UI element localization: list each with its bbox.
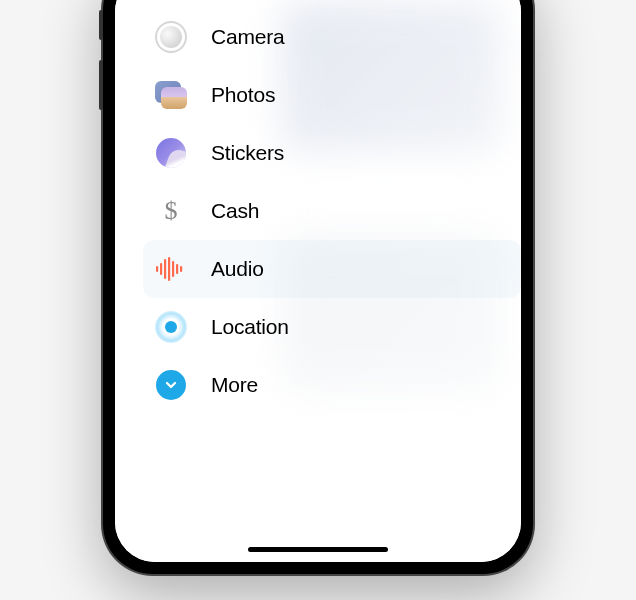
menu-item-audio[interactable]: Audio [143,240,521,298]
menu-item-photos[interactable]: Photos [143,66,521,124]
menu-item-camera[interactable]: Camera [143,8,521,66]
more-icon [153,367,189,403]
svg-rect-1 [160,263,162,275]
attachment-menu: Camera Photos Stickers [115,0,521,414]
menu-item-label: More [211,373,258,397]
menu-item-label: Location [211,315,289,339]
phone-frame: Camera Photos Stickers [103,0,533,574]
svg-rect-2 [164,259,166,279]
phone-screen: Camera Photos Stickers [115,0,521,562]
menu-item-label: Cash [211,199,259,223]
menu-item-location[interactable]: Location [143,298,521,356]
home-indicator[interactable] [248,547,388,552]
menu-item-more[interactable]: More [143,356,521,414]
svg-rect-3 [168,257,170,281]
menu-item-cash[interactable]: $ Cash [143,182,521,240]
photos-icon [153,77,189,113]
location-icon [153,309,189,345]
menu-item-label: Audio [211,257,264,281]
stickers-icon [153,135,189,171]
menu-item-label: Stickers [211,141,284,165]
audio-icon [153,251,189,287]
svg-rect-0 [156,266,158,272]
volume-button [99,10,103,40]
cash-icon: $ [153,193,189,229]
svg-rect-4 [172,261,174,277]
svg-rect-6 [180,266,182,272]
menu-item-label: Photos [211,83,275,107]
menu-item-label: Camera [211,25,285,49]
volume-button [99,60,103,110]
camera-icon [153,19,189,55]
svg-rect-5 [176,264,178,274]
menu-item-stickers[interactable]: Stickers [143,124,521,182]
